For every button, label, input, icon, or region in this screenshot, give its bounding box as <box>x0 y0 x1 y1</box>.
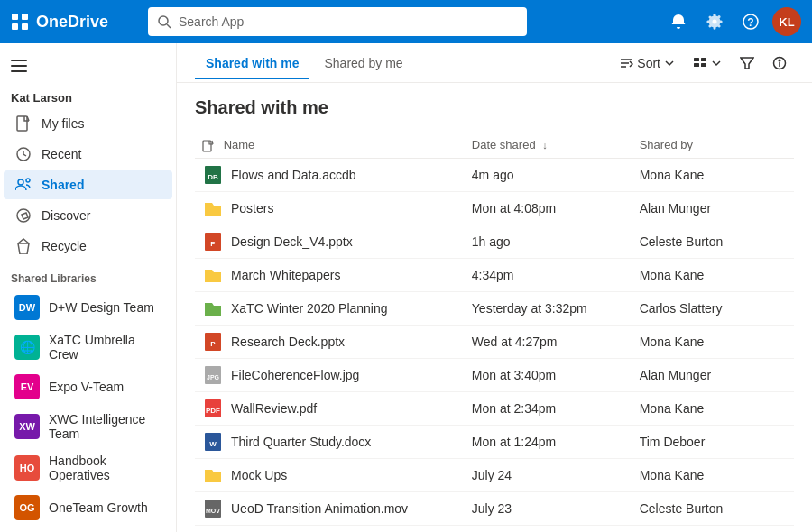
table-row[interactable]: P Research Deck.pptx Wed at 4:27pm Mona … <box>195 325 794 358</box>
col-header-date[interactable]: Date shared ↓ <box>465 133 632 158</box>
svg-text:MOV: MOV <box>206 508 220 514</box>
shared-by-cell: Alan Munger <box>632 191 794 225</box>
svg-text:PDF: PDF <box>206 407 220 415</box>
content-body: Shared with me Name Da <box>177 83 812 532</box>
svg-rect-3 <box>22 23 28 30</box>
file-type-icon <box>202 464 224 486</box>
library-label: Expo V-Team <box>49 380 124 394</box>
help-icon[interactable]: ? <box>736 7 765 36</box>
shared-by-cell: Celeste Burton <box>632 225 794 258</box>
files-table: Name Date shared ↓ Shared by DB <box>195 133 794 526</box>
search-bar[interactable]: Search App <box>148 7 527 36</box>
date-shared-cell: Yesterday at 3:32pm <box>465 291 632 325</box>
table-row[interactable]: Mock Ups July 24 Mona Kane <box>195 458 794 491</box>
table-row[interactable]: XaTC Winter 2020 Planning Yesterday at 3… <box>195 291 794 325</box>
table-row[interactable]: Posters Mon at 4:08pm Alan Munger <box>195 191 794 225</box>
svg-line-32 <box>212 141 213 144</box>
shared-by-cell: Tim Deboer <box>632 425 794 458</box>
table-row[interactable]: MOV UeoD Transition Animation.mov July 2… <box>195 491 794 525</box>
col-header-name[interactable]: Name <box>195 133 465 158</box>
table-row[interactable]: P Design Deck_V4.pptx 1h ago Celeste Bur… <box>195 225 794 258</box>
app-title: OneDrive <box>36 13 108 32</box>
svg-rect-31 <box>203 141 211 151</box>
shared-icon <box>14 176 32 194</box>
table-row[interactable]: March Whitepapers 4:34pm Mona Kane <box>195 258 794 291</box>
date-shared-cell: Mon at 3:40pm <box>465 358 632 391</box>
svg-line-5 <box>167 24 171 28</box>
sidebar-item-label: Recycle <box>42 239 87 253</box>
sidebar-item-recent[interactable]: Recent <box>4 140 172 169</box>
file-icon-header <box>202 138 218 151</box>
library-icon-ev: EV <box>14 374 40 399</box>
library-label: XWC Intelligence Team <box>49 412 161 441</box>
svg-rect-2 <box>12 23 18 30</box>
svg-rect-26 <box>701 63 706 67</box>
info-button[interactable] <box>765 52 794 74</box>
sidebar-library-ev[interactable]: EV Expo V-Team <box>4 369 172 405</box>
file-name: Flows and Data.accdb <box>231 168 356 182</box>
sort-button[interactable]: Sort <box>612 52 682 74</box>
filter-icon <box>740 56 754 70</box>
svg-marker-27 <box>741 58 753 69</box>
search-placeholder: Search App <box>179 14 244 29</box>
library-label: OneTeam Growth <box>49 500 148 515</box>
svg-rect-24 <box>701 58 706 61</box>
date-shared-cell: 1h ago <box>465 225 632 258</box>
sidebar-library-dw[interactable]: DW D+W Design Team <box>4 289 172 326</box>
sidebar-item-shared[interactable]: Shared <box>4 170 172 199</box>
file-name: March Whitepapers <box>231 268 340 282</box>
svg-rect-25 <box>694 63 699 67</box>
filter-button[interactable] <box>733 52 761 74</box>
file-name: Design Deck_V4.pptx <box>231 234 353 249</box>
file-icon <box>14 115 32 133</box>
sidebar-library-ho[interactable]: HO Handbook Operatives <box>4 448 172 488</box>
svg-text:JPG: JPG <box>207 374 220 381</box>
date-shared-cell: Mon at 1:24pm <box>465 425 632 458</box>
file-name: FileCoherenceFlow.jpg <box>231 368 359 382</box>
topbar: OneDrive Search App ? KL <box>0 0 812 43</box>
col-header-shared-by[interactable]: Shared by <box>632 133 794 158</box>
info-icon <box>772 56 787 70</box>
sidebar-library-xwc[interactable]: XW XWC Intelligence Team <box>4 407 172 446</box>
table-row[interactable]: DB Flows and Data.accdb 4m ago Mona Kane <box>195 158 794 191</box>
file-type-icon: MOV <box>202 498 224 519</box>
svg-point-15 <box>18 179 23 185</box>
shared-libraries-section-label: Shared Libraries <box>0 261 176 289</box>
shared-by-cell: Celeste Burton <box>632 491 794 525</box>
tab-shared-by-me[interactable]: Shared by me <box>313 47 413 79</box>
table-row[interactable]: JPG FileCoherenceFlow.jpg Mon at 3:40pm … <box>195 358 794 391</box>
table-row[interactable]: W Third Quarter Study.docx Mon at 1:24pm… <box>195 425 794 458</box>
library-icon-dw: DW <box>14 295 40 320</box>
svg-text:P: P <box>210 240 216 248</box>
notifications-icon[interactable] <box>664 7 693 36</box>
sidebar-library-xatc[interactable]: 🌐 XaTC Umbrella Crew <box>4 327 172 367</box>
tab-shared-with-me[interactable]: Shared with me <box>195 47 309 79</box>
sidebar-item-discover[interactable]: Discover <box>4 201 172 230</box>
sidebar-item-recycle[interactable]: Recycle <box>4 232 172 261</box>
settings-icon[interactable] <box>700 7 729 36</box>
sidebar-library-og[interactable]: OG OneTeam Growth <box>4 490 172 526</box>
svg-point-4 <box>159 16 168 25</box>
chevron-down-icon <box>664 58 675 69</box>
file-type-icon: PDF <box>202 398 224 419</box>
sidebar-library-pt[interactable]: PT Paris Team <box>4 527 172 532</box>
date-shared-cell: July 23 <box>465 491 632 525</box>
shared-by-cell: Mona Kane <box>632 458 794 491</box>
file-type-icon <box>202 264 224 286</box>
main-layout: Kat Larson My files Recent <box>0 43 812 532</box>
grid-icon[interactable] <box>11 13 29 31</box>
library-label: D+W Design Team <box>49 300 154 315</box>
sort-icon <box>619 56 633 70</box>
discover-icon <box>14 206 32 225</box>
library-icon-ho: HO <box>14 455 40 481</box>
file-name: Posters <box>231 201 273 216</box>
tab-actions: Sort <box>612 52 794 74</box>
sidebar-item-my-files[interactable]: My files <box>4 109 172 138</box>
table-row[interactable]: PDF WallReview.pdf Mon at 2:34pm Mona Ka… <box>195 391 794 425</box>
hamburger-menu[interactable] <box>0 50 176 84</box>
file-type-icon: W <box>202 431 224 453</box>
user-avatar[interactable]: KL <box>772 7 801 36</box>
view-toggle-button[interactable] <box>686 52 729 74</box>
date-shared-cell: 4m ago <box>465 158 632 191</box>
file-type-icon <box>202 298 224 319</box>
